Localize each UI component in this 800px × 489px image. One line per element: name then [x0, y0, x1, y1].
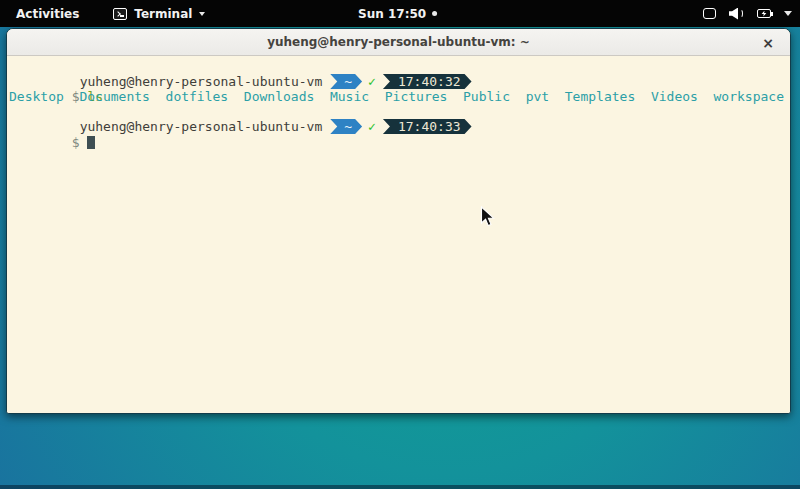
ls-output-line: Desktop Documents dotfiles Downloads Mus…: [9, 89, 790, 104]
notification-dot-icon: [432, 11, 437, 16]
chevron-down-icon: [784, 11, 792, 16]
clock-button[interactable]: Sun 17:50: [358, 7, 437, 21]
prompt-cwd-segment: ~: [330, 119, 362, 134]
prompt-line-2: yuheng@henry-personal-ubuntu-vm~✓17:40:3…: [9, 104, 790, 119]
system-menu[interactable]: [703, 8, 792, 20]
prompt-time-segment: 17:40:33: [383, 119, 472, 134]
terminal-icon: [113, 8, 127, 20]
clock-label: Sun 17:50: [358, 7, 426, 21]
text-cursor: [87, 136, 95, 149]
top-bar: Activities Terminal Sun 17:50: [0, 0, 800, 27]
directory-item: pvt: [526, 89, 549, 104]
terminal-window: yuheng@henry-personal-ubuntu-vm: ~ × yuh…: [6, 28, 791, 414]
app-menu-label: Terminal: [134, 7, 192, 21]
directory-item: Downloads: [244, 89, 314, 104]
screen: Activities Terminal Sun 17:50 yuh: [0, 0, 800, 489]
status-check-icon: ✓: [368, 74, 376, 89]
chevron-down-icon: [199, 12, 205, 16]
prompt-user-host: yuheng@henry-personal-ubuntu-vm: [80, 119, 323, 134]
window-title: yuheng@henry-personal-ubuntu-vm: ~: [267, 35, 530, 49]
directory-item: Desktop: [9, 89, 64, 104]
screen-icon: [703, 8, 716, 19]
app-menu-terminal[interactable]: Terminal: [113, 7, 205, 21]
window-titlebar[interactable]: yuheng@henry-personal-ubuntu-vm: ~ ×: [7, 29, 790, 56]
close-button[interactable]: ×: [756, 29, 780, 56]
prompt-line-1: yuheng@henry-personal-ubuntu-vm~✓17:40:3…: [9, 59, 790, 74]
prompt-symbol: $: [72, 135, 80, 150]
prompt-user-host: yuheng@henry-personal-ubuntu-vm: [80, 74, 323, 89]
directory-item: Documents: [79, 89, 149, 104]
close-icon: ×: [762, 36, 774, 50]
status-check-icon: ✓: [368, 119, 376, 134]
activities-button[interactable]: Activities: [10, 5, 85, 23]
battery-charging-icon: [757, 9, 771, 18]
directory-item: Music: [330, 89, 369, 104]
terminal-content[interactable]: yuheng@henry-personal-ubuntu-vm~✓17:40:3…: [7, 56, 790, 414]
directory-item: Public: [463, 89, 510, 104]
directory-item: dotfiles: [166, 89, 229, 104]
volume-icon: [729, 8, 744, 20]
directory-item: Videos: [651, 89, 698, 104]
directory-item: workspace: [714, 89, 784, 104]
prompt-cwd-segment: ~: [330, 74, 362, 89]
directory-item: Templates: [565, 89, 635, 104]
prompt-time-segment: 17:40:32: [383, 74, 472, 89]
directory-item: Pictures: [385, 89, 448, 104]
